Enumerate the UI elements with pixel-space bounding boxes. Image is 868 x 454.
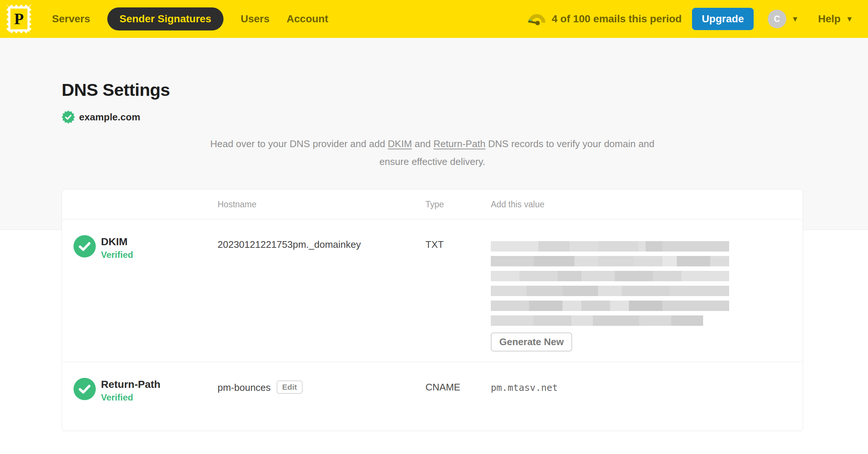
chevron-down-icon: ▼ — [792, 15, 799, 23]
redacted-value-line — [491, 315, 703, 326]
status-badge: Verified — [101, 250, 133, 260]
dns-instructions: Head over to your DNS provider and add D… — [197, 135, 668, 171]
redacted-value-line — [491, 256, 729, 266]
verified-check-icon — [74, 378, 96, 400]
dkim-value-cell: Generate New — [491, 220, 803, 362]
table-row-dkim: DKIM Verified 20230121221753pm._domainke… — [62, 220, 803, 362]
domain-name: example.com — [79, 111, 140, 123]
avatar[interactable]: C — [768, 10, 786, 28]
column-value: Add this value — [491, 200, 803, 210]
record-name: Return-Path — [101, 379, 160, 390]
redacted-value-line — [491, 241, 729, 252]
verified-domain: example.com — [62, 110, 803, 124]
page-title: DNS Settings — [62, 80, 803, 100]
return-path-value: pm.mtasv.net — [491, 362, 803, 431]
return-path-hostname: pm-bounces — [218, 382, 271, 393]
column-hostname: Hostname — [218, 200, 425, 210]
chevron-down-icon: ▼ — [846, 15, 853, 23]
postmark-logo[interactable]: P — [7, 5, 31, 33]
return-path-link[interactable]: Return-Path — [433, 138, 485, 149]
table-header-row: Hostname Type Add this value — [62, 189, 803, 220]
redacted-value-line — [491, 286, 729, 296]
status-badge: Verified — [101, 392, 160, 403]
generate-new-button[interactable]: Generate New — [491, 333, 572, 351]
dkim-type: TXT — [425, 220, 491, 362]
nav-items: Servers Sender Signatures Users Account — [52, 7, 328, 30]
instructions-part2: and — [412, 138, 434, 149]
dkim-hostname: 20230121221753pm._domainkey — [218, 220, 425, 362]
return-path-status-text: Return-Path Verified — [101, 378, 160, 403]
edit-button[interactable]: Edit — [277, 380, 303, 394]
nav-item-sender-signatures[interactable]: Sender Signatures — [107, 7, 223, 30]
dkim-status-text: DKIM Verified — [101, 235, 133, 260]
nav-item-users[interactable]: Users — [241, 13, 270, 25]
nav-item-account[interactable]: Account — [287, 13, 328, 25]
logo-letter: P — [10, 9, 27, 29]
record-name: DKIM — [101, 236, 133, 248]
navbar-right: 4 of 100 emails this period Upgrade C ▼ … — [527, 8, 853, 30]
redacted-value-line — [491, 271, 729, 281]
usage-gauge-icon — [527, 11, 546, 27]
help-menu[interactable]: Help ▼ — [818, 13, 853, 25]
usage-text: 4 of 100 emails this period — [552, 13, 682, 25]
verified-seal-icon — [62, 110, 75, 124]
return-path-hostname-cell: pm-bouncesEdit — [218, 362, 425, 431]
table-row-return-path: Return-Path Verified pm-bouncesEdit CNAM… — [62, 362, 803, 431]
nav-item-servers[interactable]: Servers — [52, 13, 90, 25]
redacted-value-line — [491, 301, 729, 311]
instructions-part1: Head over to your DNS provider and add — [210, 138, 388, 149]
return-path-type: CNAME — [425, 362, 491, 431]
top-navbar: P Servers Sender Signatures Users Accoun… — [0, 0, 868, 38]
main-content: DNS Settings example.com Head over to yo… — [0, 38, 868, 431]
upgrade-button[interactable]: Upgrade — [692, 8, 754, 30]
verified-check-icon — [74, 235, 96, 257]
column-type: Type — [425, 200, 491, 210]
dkim-status-cell: DKIM Verified — [62, 220, 218, 362]
return-path-status-cell: Return-Path Verified — [62, 362, 218, 431]
dkim-link[interactable]: DKIM — [388, 138, 412, 149]
account-menu[interactable]: C ▼ — [768, 10, 799, 28]
help-label: Help — [818, 13, 841, 25]
dns-records-table: Hostname Type Add this value DKIM Verifi… — [62, 189, 803, 431]
